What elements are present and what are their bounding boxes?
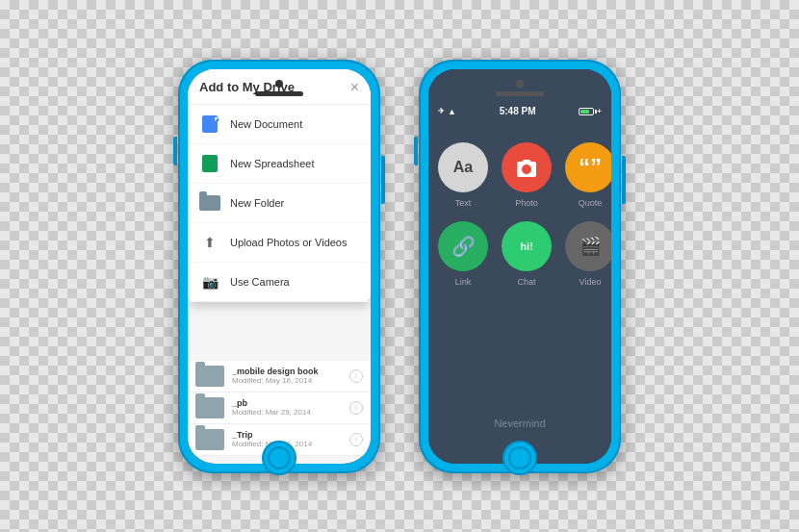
battery-fill-2 (580, 110, 588, 114)
menu-item-camera[interactable]: 📷 Use Camera (188, 263, 371, 302)
quote-bubble[interactable]: “” (565, 142, 611, 192)
file-name: _mobile design book (232, 367, 342, 376)
camera-lens-icon: 📷 (202, 274, 219, 290)
phone-top-bar (188, 69, 371, 100)
video-bubble-label: Video (580, 277, 602, 287)
share-screen: Aa Text Photo “” Quote (428, 123, 611, 464)
bubble-item-text[interactable]: Aa Text (438, 142, 488, 208)
earpiece-2 (496, 91, 544, 96)
bubbles-grid: Aa Text Photo “” Quote (438, 142, 602, 287)
file-info-button[interactable]: i (349, 369, 363, 383)
folder-file-icon (199, 195, 220, 211)
phone-2-top-bar (428, 69, 611, 100)
spreadsheet-file-icon (202, 155, 218, 172)
upload-arrow-icon: ⬆ (204, 235, 216, 250)
file-item[interactable]: _mobile design book Modified: May 16, 20… (188, 361, 371, 393)
text-bubble-label: Text (455, 198, 472, 208)
file-info-button[interactable]: i (349, 401, 363, 415)
battery-icon-2 (579, 108, 594, 115)
upload-icon: ⬆ (199, 232, 220, 253)
folder-icon-sm (195, 397, 224, 418)
file-name: _Trip (232, 430, 342, 440)
folder-icon-sm (195, 366, 224, 387)
charge-icon-2: + (597, 107, 602, 115)
file-item[interactable]: _pb Modified: Mar 29, 2014 i (188, 393, 371, 424)
text-bubble[interactable]: Aa (438, 142, 488, 192)
bubble-item-photo[interactable]: Photo (502, 142, 552, 208)
folder-icon (199, 192, 220, 214)
status-right-icons-2: + (579, 107, 602, 115)
link-bubble-label: Link (455, 277, 472, 287)
link-bubble[interactable]: 🔗 (438, 221, 488, 271)
chat-bubble[interactable]: hi! (502, 221, 552, 271)
bubble-item-video[interactable]: 🎬 Video (565, 221, 611, 287)
home-button-ring (268, 446, 291, 469)
airplane-icon-2: ✈ (438, 107, 445, 115)
menu-item-spreadsheet[interactable]: New Spreadsheet (188, 144, 371, 184)
bubble-item-quote[interactable]: “” Quote (565, 142, 611, 208)
menu-label-camera: Use Camera (230, 276, 290, 288)
doc-icon (199, 114, 220, 135)
menu-item-document[interactable]: New Document (188, 105, 371, 144)
menu-label-upload: Upload Photos or Videos (230, 237, 348, 248)
chat-bubble-label: Chat (517, 277, 535, 287)
folder-icon-sm (195, 429, 224, 450)
menu-label-document: New Document (230, 118, 302, 130)
camera-svg-icon (515, 158, 538, 177)
bubble-item-link[interactable]: 🔗 Link (438, 221, 488, 287)
sheet-icon (199, 153, 220, 174)
status-left-icons-2: ✈ ▲ (438, 107, 456, 116)
video-bubble[interactable]: 🎬 (565, 221, 611, 271)
menu-label-spreadsheet: New Spreadsheet (230, 158, 314, 169)
menu-item-upload[interactable]: ⬆ Upload Photos or Videos (188, 223, 371, 263)
home-button-ring-2 (508, 446, 531, 469)
home-button-1[interactable] (262, 441, 296, 475)
phone-1: ✈ ▲ 5:48 PM + _mobile design book (178, 60, 380, 473)
status-time-2: 5:48 PM (500, 106, 536, 116)
file-info: _mobile design book Modified: May 16, 20… (232, 367, 342, 385)
photo-bubble[interactable] (502, 142, 552, 192)
file-name: _pb (232, 398, 342, 408)
file-info: _pb Modified: Mar 29, 2014 (232, 398, 342, 417)
home-button-2[interactable] (503, 441, 537, 475)
file-date: Modified: May 16, 2014 (232, 376, 342, 385)
quote-bubble-label: Quote (579, 198, 603, 208)
nevermind-button[interactable]: Nevermind (475, 412, 564, 435)
front-camera (275, 80, 283, 88)
earpiece (255, 91, 303, 96)
camera-icon: 📷 (199, 271, 220, 292)
menu-label-folder: New Folder (230, 197, 284, 209)
photo-bubble-label: Photo (515, 198, 538, 208)
bubble-item-chat[interactable]: hi! Chat (502, 221, 552, 287)
file-date: Modified: Mar 29, 2014 (232, 408, 342, 417)
wifi-icon-2: ▲ (448, 107, 456, 116)
document-file-icon (202, 115, 218, 133)
phone-2: ✈ ▲ 5:48 PM + Aa Text (419, 60, 621, 473)
drive-popup: Add to My Drive × New Document New Sprea… (188, 69, 371, 302)
front-camera-2 (516, 80, 524, 88)
phone-1-screen: ✈ ▲ 5:48 PM + _mobile design book (188, 69, 371, 464)
phone-2-screen: ✈ ▲ 5:48 PM + Aa Text (428, 69, 611, 464)
menu-item-folder[interactable]: New Folder (188, 184, 371, 223)
file-info-button[interactable]: i (349, 433, 363, 446)
